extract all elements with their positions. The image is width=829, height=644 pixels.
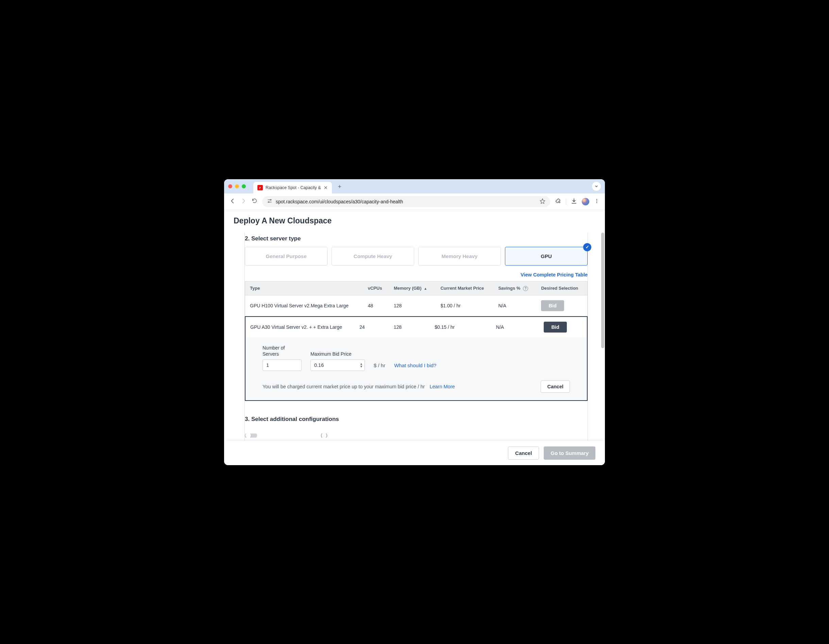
col-savings-label: Savings % — [498, 286, 520, 291]
browser-menu-button[interactable] — [594, 198, 599, 205]
cell-type: GPU A30 Virtual Server v2. + + Extra Lar… — [246, 317, 355, 337]
learn-more-link[interactable]: Learn More — [429, 384, 455, 389]
col-vcpus[interactable]: vCPUs — [363, 281, 389, 295]
servers-input[interactable] — [263, 359, 302, 371]
toolbar-divider — [566, 198, 566, 205]
server-type-tabs: General Purpose Compute Heavy Memory Hea… — [245, 247, 588, 266]
col-type[interactable]: Type — [245, 281, 363, 295]
col-price[interactable]: Current Market Price — [436, 281, 493, 295]
scrollbar-thumb[interactable] — [601, 233, 604, 348]
maximize-window-button[interactable] — [242, 184, 246, 188]
go-to-summary-button[interactable]: Go to Summary — [544, 446, 596, 460]
server-row-h100: GPU H100 Virtual Server v2.Mega Extra La… — [245, 295, 588, 316]
selected-server-block: GPU A30 Virtual Server v2. + + Extra Lar… — [245, 316, 588, 401]
url-text: spot.rackspace.com/ui/cloudspaces/a30/ca… — [276, 199, 536, 204]
what-should-i-bid-link[interactable]: What should I bid? — [394, 362, 436, 371]
download-icon — [571, 198, 577, 204]
cell-memory: 128 — [389, 317, 430, 337]
cell-price: $1.00 / hr — [436, 295, 493, 316]
stepper-buttons[interactable]: ▲ ▼ — [360, 362, 363, 368]
bid-button-a30[interactable]: Bid — [544, 322, 566, 332]
arrow-left-icon — [230, 198, 236, 204]
pricing-link-row: View Complete Pricing Table — [245, 272, 588, 278]
downloads-button[interactable] — [571, 198, 577, 205]
svg-point-0 — [270, 199, 271, 200]
step3-heading: 3. Select additional configurations — [245, 413, 588, 427]
tune-icon — [267, 198, 273, 204]
new-tab-button[interactable]: + — [334, 183, 345, 191]
bookmark-button[interactable] — [540, 198, 545, 205]
bid-note-text: You will be charged current market price… — [263, 384, 425, 389]
cell-savings: N/A — [491, 317, 539, 337]
maxbid-label: Maximum Bid Price — [310, 351, 365, 357]
site-settings-icon[interactable] — [267, 198, 273, 205]
tab-title: Rackspace Spot - Capacity & — [266, 185, 321, 190]
maxbid-input[interactable] — [310, 359, 365, 371]
server-row-a30: GPU A30 Virtual Server v2. + + Extra Lar… — [246, 317, 587, 337]
favicon-icon: r — [257, 185, 263, 191]
cell-memory: 128 — [389, 295, 436, 316]
step2-heading: 2. Select server type — [245, 233, 588, 247]
url-field[interactable]: spot.rackspace.com/ui/cloudspaces/a30/ca… — [262, 196, 550, 207]
profile-avatar-button[interactable] — [582, 198, 589, 205]
col-selection: Desired Selection — [536, 281, 587, 295]
col-memory[interactable]: Memory (GB) ▲ — [389, 281, 436, 295]
cell-vcpus: 48 — [363, 295, 389, 316]
bid-form: Number of Servers Maximum Bid Price ▲ ▼ — [246, 337, 587, 400]
servers-label: Number of Servers — [263, 345, 300, 358]
svg-point-1 — [268, 202, 269, 203]
check-icon: ✓ — [583, 243, 591, 251]
browser-window: r Rackspace Spot - Capacity & ✕ + spot.r… — [224, 179, 605, 465]
reload-button[interactable] — [251, 198, 257, 205]
forward-button[interactable] — [240, 198, 246, 205]
tab-compute-heavy[interactable]: Compute Heavy — [331, 247, 414, 266]
cell-type: GPU H100 Virtual Server v2.Mega Extra La… — [245, 295, 363, 316]
more-vertical-icon — [594, 198, 599, 204]
page-content: Deploy A New Cloudspace 2. Select server… — [224, 210, 605, 465]
bid-cancel-button[interactable]: Cancel — [541, 381, 570, 393]
close-window-button[interactable] — [228, 184, 232, 188]
minimize-window-button[interactable] — [235, 184, 239, 188]
scroll-region[interactable]: 2. Select server type General Purpose Co… — [224, 233, 605, 441]
arrow-right-icon — [240, 198, 246, 204]
reload-icon — [252, 198, 257, 204]
bid-button-h100[interactable]: Bid — [541, 300, 564, 311]
col-savings[interactable]: Savings % ? — [493, 281, 536, 295]
page-title: Deploy A New Cloudspace — [224, 210, 605, 233]
tabs-dropdown-button[interactable] — [592, 182, 601, 191]
footer-cancel-button[interactable]: Cancel — [508, 446, 539, 460]
bid-note: You will be charged current market price… — [263, 384, 455, 389]
puzzle-icon — [555, 198, 561, 204]
footer-bar: Cancel Go to Summary — [224, 441, 605, 465]
titlebar: r Rackspace Spot - Capacity & ✕ + — [224, 179, 605, 194]
server-table: Type vCPUs Memory (GB) ▲ Current Market … — [245, 281, 588, 316]
back-button[interactable] — [230, 198, 236, 205]
help-icon[interactable]: ? — [523, 286, 528, 291]
tab-general-purpose[interactable]: General Purpose — [245, 247, 328, 266]
star-icon — [540, 198, 545, 204]
tab-close-icon[interactable]: ✕ — [324, 185, 328, 191]
svg-point-4 — [596, 202, 597, 203]
cell-price: $0.15 / hr — [430, 317, 491, 337]
toggle-switch[interactable] — [245, 433, 257, 438]
col-memory-label: Memory (GB) — [394, 286, 422, 291]
tab-gpu-label: GPU — [541, 254, 552, 259]
cell-vcpus: 24 — [355, 317, 389, 337]
tab-memory-heavy[interactable]: Memory Heavy — [418, 247, 501, 266]
browser-tab[interactable]: r Rackspace Spot - Capacity & ✕ — [253, 182, 332, 194]
view-pricing-link[interactable]: View Complete Pricing Table — [520, 272, 588, 277]
cell-savings: N/A — [493, 295, 536, 316]
svg-point-3 — [596, 200, 597, 201]
stepper-down-icon[interactable]: ▼ — [360, 365, 363, 368]
tab-gpu[interactable]: GPU ✓ — [505, 247, 588, 266]
chevron-down-icon — [594, 184, 599, 188]
extensions-button[interactable] — [555, 198, 561, 205]
sort-asc-icon: ▲ — [424, 287, 427, 290]
info-icon[interactable] — [321, 433, 327, 438]
address-bar: spot.rackspace.com/ui/cloudspaces/a30/ca… — [224, 194, 605, 210]
scrollbar[interactable] — [601, 233, 604, 441]
price-unit: $ / hr — [374, 362, 385, 371]
window-controls — [228, 184, 246, 188]
svg-point-2 — [596, 199, 597, 200]
step3-option-row — [245, 433, 588, 438]
